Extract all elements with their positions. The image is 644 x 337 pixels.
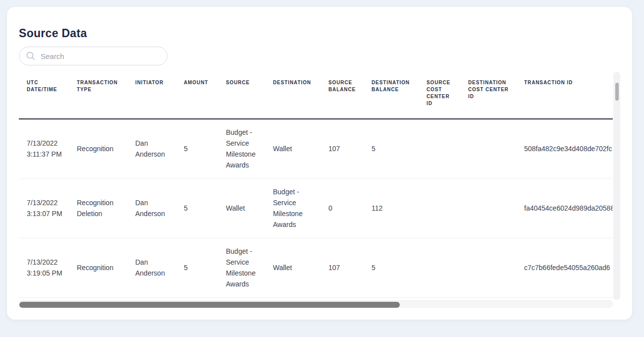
column-header-source_cc: Source Cost Center ID [419, 72, 460, 119]
cell-source-balance: 0 [321, 178, 364, 238]
table-body: 7/13/2022 3:11:37 PM Recognition Dan And… [19, 119, 613, 297]
vertical-scrollbar-thumb[interactable] [615, 83, 619, 101]
cell-destination-cost-center-id [460, 178, 516, 238]
horizontal-scrollbar-thumb[interactable] [19, 302, 400, 308]
cell-transaction-id: 508fa482c9e34d408de702fc [516, 119, 613, 178]
page-title: Source Data [19, 27, 87, 40]
cell-source: Budget - Service Milestone Awards [218, 119, 265, 178]
cell-transaction-id: fa40454ce6024d989da20588 [516, 178, 613, 238]
cell-initiator: Dan Anderson [127, 238, 176, 297]
cell-amount: 5 [176, 119, 218, 178]
cell-transaction-type: Recognition Deletion [69, 178, 127, 238]
cell-destination-balance: 5 [364, 238, 419, 297]
table-row: 7/13/2022 3:19:05 PM Recognition Dan And… [19, 238, 613, 297]
cell-source-cost-center-id [419, 119, 460, 178]
cell-initiator: Dan Anderson [127, 178, 176, 238]
cell-initiator: Dan Anderson [127, 119, 176, 178]
column-header-destination: Destination [265, 72, 321, 119]
search-box[interactable] [19, 47, 167, 65]
column-header-type: Transaction Type [69, 72, 127, 119]
cell-destination: Wallet [265, 119, 321, 178]
cell-source: Wallet [218, 178, 265, 238]
column-header-source: Source [218, 72, 265, 119]
cell-destination-balance: 5 [364, 119, 419, 178]
cell-destination: Wallet [265, 238, 321, 297]
table-row: 7/13/2022 3:13:07 PM Recognition Deletio… [19, 178, 613, 238]
source-data-card: Source Data UTC Date/TimeTransaction Typ… [7, 7, 632, 320]
cell-destination-balance: 112 [364, 178, 419, 238]
cell-utc-date-time: 7/13/2022 3:11:37 PM [19, 119, 69, 178]
cell-transaction-type: Recognition [69, 238, 127, 297]
column-header-initiator: Initiator [127, 72, 176, 119]
column-header-utc: UTC Date/Time [19, 72, 69, 119]
horizontal-scrollbar-track[interactable] [19, 300, 613, 308]
column-header-amount: Amount [176, 72, 218, 119]
cell-source-balance: 107 [321, 238, 364, 297]
cell-source-balance: 107 [321, 119, 364, 178]
column-header-dest_cc: Destination Cost Center ID [460, 72, 516, 119]
cell-source: Budget - Service Milestone Awards [218, 238, 265, 297]
column-header-destination_balance: Destination Balance [364, 72, 419, 119]
vertical-scrollbar-track[interactable] [613, 72, 620, 300]
cell-transaction-id: c7c7b66fede54055a260ad6 [516, 238, 613, 297]
cell-utc-date-time: 7/13/2022 3:19:05 PM [19, 238, 69, 297]
transactions-table-wrap: UTC Date/TimeTransaction TypeInitiatorAm… [19, 72, 613, 306]
column-header-txn: Transaction ID [516, 72, 613, 119]
search-icon [26, 52, 35, 60]
table-row: 7/13/2022 3:11:37 PM Recognition Dan And… [19, 119, 613, 178]
cell-destination-cost-center-id [460, 238, 516, 297]
transactions-table: UTC Date/TimeTransaction TypeInitiatorAm… [19, 72, 613, 298]
table-header-row: UTC Date/TimeTransaction TypeInitiatorAm… [19, 72, 613, 119]
search-input[interactable] [41, 52, 160, 60]
cell-amount: 5 [176, 238, 218, 297]
cell-amount: 5 [176, 178, 218, 238]
cell-transaction-type: Recognition [69, 119, 127, 178]
cell-source-cost-center-id [419, 238, 460, 297]
cell-source-cost-center-id [419, 178, 460, 238]
cell-utc-date-time: 7/13/2022 3:13:07 PM [19, 178, 69, 238]
cell-destination: Budget - Service Milestone Awards [265, 178, 321, 238]
cell-destination-cost-center-id [460, 119, 516, 178]
column-header-source_balance: Source Balance [321, 72, 364, 119]
